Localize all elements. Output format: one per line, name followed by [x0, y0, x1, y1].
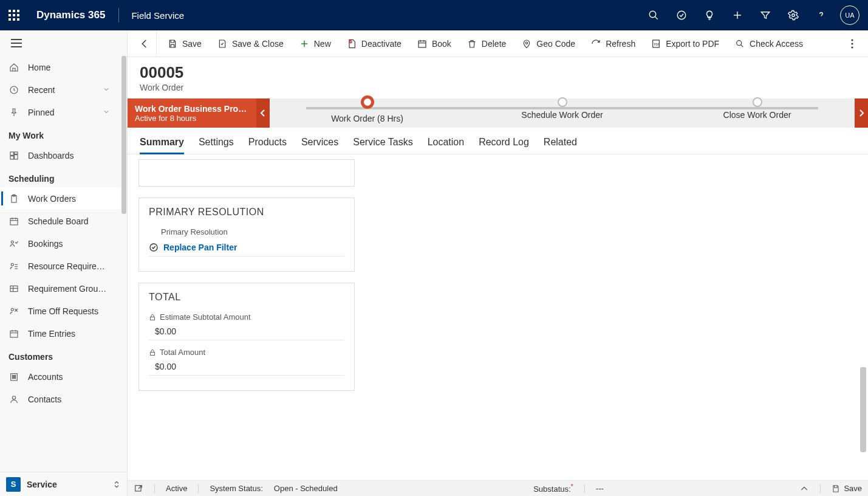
svg-text:PDF: PDF — [654, 43, 660, 46]
sidebar-item-accounts[interactable]: Accounts — [0, 365, 121, 388]
status-substatus-value[interactable]: --- — [596, 484, 604, 493]
status-system-value: Open - Scheduled — [274, 484, 338, 493]
help-icon[interactable] — [807, 0, 835, 30]
tab-settings[interactable]: Settings — [199, 137, 234, 154]
record-subtitle: Work Order — [140, 83, 868, 92]
new-label: New — [314, 39, 331, 49]
pin-icon — [9, 108, 19, 117]
save-button[interactable]: Save — [160, 33, 209, 55]
bpf-stage-dot — [558, 97, 567, 107]
sidebar-toggle[interactable] — [0, 30, 127, 56]
tab-products[interactable]: Products — [248, 137, 287, 154]
app-launcher-icon[interactable] — [9, 10, 19, 21]
geocode-button[interactable]: Geo Code — [514, 33, 583, 55]
new-button[interactable]: New — [292, 33, 338, 55]
svg-point-5 — [792, 14, 795, 17]
sidebar-item-time-entries[interactable]: Time Entries — [0, 322, 121, 345]
updown-icon — [112, 480, 121, 489]
form-tabs: SummarySettingsProductsServicesService T… — [128, 128, 868, 154]
command-overflow[interactable] — [841, 39, 863, 49]
lightbulb-icon[interactable] — [695, 0, 723, 30]
bpf-stage-label: Work Order (8 Hrs) — [270, 114, 465, 123]
tab-summary[interactable]: Summary — [140, 137, 184, 154]
bpf-stage-dot — [753, 97, 762, 107]
sidebar-item-time-off-requests[interactable]: Time Off Requests — [0, 300, 121, 322]
tab-record-log[interactable]: Record Log — [479, 137, 529, 154]
check-access-button[interactable]: Check Access — [728, 33, 810, 55]
svg-rect-12 — [10, 152, 13, 155]
sidebar-item-schedule-board[interactable]: Schedule Board — [0, 210, 121, 232]
sidebar-item-bookings[interactable]: Bookings — [0, 232, 121, 255]
sidebar-item-contacts[interactable]: Contacts — [0, 388, 121, 410]
book-label: Book — [432, 39, 451, 49]
sidebar-item-home[interactable]: Home — [0, 56, 121, 78]
book-button[interactable]: Book — [410, 33, 459, 55]
check-access-label: Check Access — [750, 39, 803, 49]
back-button[interactable] — [132, 30, 157, 57]
delete-button[interactable]: Delete — [460, 33, 513, 55]
sidebar-item-resource-require-[interactable]: Resource Require… — [0, 255, 121, 277]
bpf-badge[interactable]: Work Order Business Pro… Active for 8 ho… — [128, 98, 256, 128]
export-pdf-button[interactable]: PDF Export to PDF — [644, 33, 726, 55]
home-icon — [9, 63, 19, 72]
tab-service-tasks[interactable]: Service Tasks — [353, 137, 412, 154]
card-total: TOTAL Estimate Subtotal Amount $0.00 Tot… — [138, 283, 355, 391]
save-label: Save — [182, 39, 202, 49]
popout-icon[interactable] — [134, 484, 143, 494]
card-title: PRIMARY RESOLUTION — [149, 207, 344, 218]
plus-icon[interactable] — [723, 0, 751, 30]
bpf-stage[interactable]: Work Order (8 Hrs) — [270, 103, 465, 123]
contact-icon — [9, 394, 19, 404]
cal-icon — [9, 329, 19, 339]
brand-label: Dynamics 365 — [36, 9, 105, 21]
search-icon[interactable] — [640, 0, 668, 30]
sidebar-scrollbar[interactable] — [121, 56, 127, 472]
bpf-stage[interactable]: Close Work Order — [660, 103, 855, 123]
sidebar-item-dashboards[interactable]: Dashboards — [0, 144, 121, 167]
global-nav: Dynamics 365 Field Service UA — [0, 0, 868, 30]
sidebar-group-title: My Work — [0, 123, 121, 144]
sidebar-item-label: Dashboards — [28, 151, 112, 160]
footer-save-button[interactable]: Save — [832, 484, 862, 493]
user-avatar[interactable]: UA — [840, 5, 859, 25]
grp-icon — [9, 284, 19, 294]
sidebar-item-work-orders[interactable]: Work Orders — [0, 187, 121, 210]
area-switcher[interactable]: S Service — [0, 472, 127, 496]
bpf-duration: Active for 8 hours — [135, 114, 249, 123]
main-content: Save Save & Close New Deactivate Book De… — [128, 30, 868, 496]
chevron-up-icon[interactable] — [799, 484, 809, 494]
body-scrollbar[interactable] — [859, 154, 867, 480]
refresh-button[interactable]: Refresh — [584, 33, 643, 55]
svg-rect-27 — [10, 286, 18, 291]
bpf-prev-icon[interactable] — [256, 98, 270, 128]
tab-related[interactable]: Related — [544, 137, 577, 154]
save-close-button[interactable]: Save & Close — [210, 33, 291, 55]
bpf-stage[interactable]: Schedule Work Order — [465, 103, 660, 123]
bpf-name: Work Order Business Pro… — [135, 104, 249, 114]
dash-icon — [9, 151, 19, 160]
primary-resolution-lookup[interactable]: Replace Pan Filter — [149, 236, 344, 257]
task-icon[interactable] — [668, 0, 695, 30]
svg-point-23 — [11, 263, 13, 266]
bpf-next-icon[interactable] — [855, 98, 868, 128]
acct-icon — [9, 372, 19, 382]
cal-icon — [9, 216, 19, 226]
svg-point-55 — [851, 43, 853, 44]
clip-icon — [9, 194, 19, 204]
sidebar-item-pinned[interactable]: Pinned — [0, 101, 121, 123]
svg-rect-60 — [135, 485, 141, 491]
deactivate-button[interactable]: Deactivate — [340, 33, 409, 55]
filter-icon[interactable] — [751, 0, 779, 30]
svg-rect-18 — [10, 218, 18, 225]
tab-location[interactable]: Location — [428, 137, 465, 154]
sidebar-item-requirement-grou-[interactable]: Requirement Grou… — [0, 277, 121, 300]
gear-icon[interactable] — [779, 0, 807, 30]
sidebar-item-label: Contacts — [28, 394, 112, 404]
book-icon — [9, 239, 19, 249]
svg-point-2 — [677, 11, 686, 19]
app-area-label[interactable]: Field Service — [131, 10, 184, 21]
tab-services[interactable]: Services — [301, 137, 338, 154]
chevron-down-icon — [103, 108, 112, 117]
svg-line-53 — [741, 44, 743, 47]
sidebar-item-recent[interactable]: Recent — [0, 78, 121, 101]
